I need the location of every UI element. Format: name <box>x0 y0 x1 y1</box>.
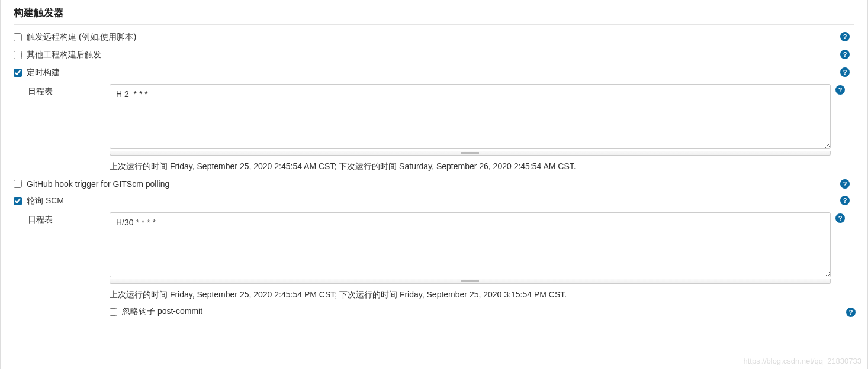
trigger-after-other-checkbox[interactable] <box>14 51 22 59</box>
help-icon[interactable]: ? <box>835 85 845 95</box>
help-icon[interactable]: ? <box>840 32 850 41</box>
timer-schedule-info: 上次运行的时间 Friday, September 25, 2020 2:45:… <box>110 156 854 176</box>
poll-scm-schedule-info: 上次运行的时间 Friday, September 25, 2020 2:45:… <box>110 284 854 304</box>
poll-scm-schedule-row: 日程表 上次运行的时间 Friday, September 25, 2020 2… <box>1 210 867 319</box>
poll-scm-schedule-textarea[interactable] <box>110 212 831 277</box>
build-triggers-section: 构建触发器 触发远程构建 (例如,使用脚本) ? 其他工程构建后触发 ? 定时构… <box>0 0 868 369</box>
help-icon[interactable]: ? <box>840 50 850 59</box>
timer-schedule-row: 日程表 上次运行的时间 Friday, September 25, 2020 2… <box>1 82 867 176</box>
trigger-remote-label: 触发远程构建 (例如,使用脚本) <box>27 32 136 43</box>
trigger-github-hook-label: GitHub hook trigger for GITScm polling <box>27 179 169 189</box>
watermark: https://blog.csdn.net/qq_21830733 <box>744 357 862 365</box>
trigger-timer-label: 定时构建 <box>27 67 60 78</box>
trigger-github-hook-row: GitHub hook trigger for GITScm polling ? <box>1 176 867 192</box>
trigger-after-other-row: 其他工程构建后触发 ? <box>1 46 867 64</box>
timer-schedule-textarea[interactable] <box>110 84 831 149</box>
trigger-poll-scm-row: 轮询 SCM ? <box>1 192 867 210</box>
help-icon[interactable]: ? <box>846 308 856 317</box>
ignore-post-commit-label: 忽略钩子 post-commit <box>122 306 202 317</box>
help-icon[interactable]: ? <box>840 67 850 77</box>
resize-handle[interactable] <box>110 279 831 284</box>
grip-icon <box>461 280 479 282</box>
trigger-timer-row: 定时构建 ? <box>1 64 867 82</box>
grip-icon <box>461 152 479 154</box>
resize-handle[interactable] <box>110 151 831 156</box>
trigger-poll-scm-checkbox[interactable] <box>14 197 22 205</box>
timer-schedule-label: 日程表 <box>28 84 110 97</box>
trigger-after-other-label: 其他工程构建后触发 <box>27 50 101 60</box>
section-title: 构建触发器 <box>1 0 867 24</box>
trigger-poll-scm-label: 轮询 SCM <box>27 196 64 206</box>
trigger-remote-row: 触发远程构建 (例如,使用脚本) ? <box>1 28 867 46</box>
divider <box>14 24 854 25</box>
trigger-remote-checkbox[interactable] <box>14 33 22 41</box>
ignore-post-commit-checkbox[interactable] <box>110 308 117 316</box>
help-icon[interactable]: ? <box>840 196 850 205</box>
poll-scm-schedule-label: 日程表 <box>28 212 110 225</box>
trigger-github-hook-checkbox[interactable] <box>14 180 22 188</box>
trigger-timer-checkbox[interactable] <box>14 69 22 77</box>
help-icon[interactable]: ? <box>840 179 850 189</box>
help-icon[interactable]: ? <box>835 213 845 223</box>
